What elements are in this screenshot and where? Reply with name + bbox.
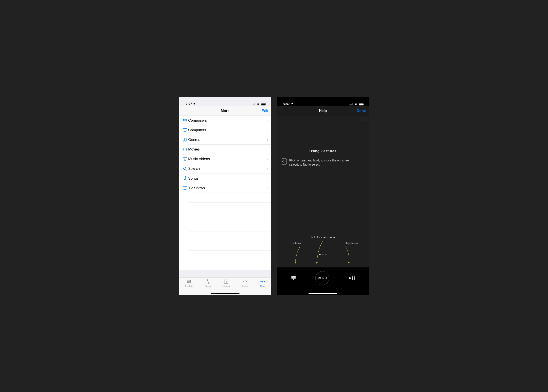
page-title: More — [221, 109, 230, 113]
play-pause-button[interactable] — [349, 276, 355, 280]
svg-rect-48 — [351, 104, 352, 105]
chevron-right-icon: › — [267, 135, 271, 145]
svg-rect-0 — [252, 105, 252, 105]
list-item[interactable]: Computers › — [179, 125, 271, 135]
svg-point-27 — [184, 179, 185, 180]
svg-marker-63 — [293, 279, 294, 280]
list-item[interactable]: Songs › — [179, 174, 271, 183]
svg-point-43 — [260, 281, 262, 282]
chevron-right-icon: › — [267, 145, 271, 154]
svg-rect-14 — [184, 131, 186, 132]
svg-rect-2 — [253, 104, 254, 105]
list-item-label: Movies — [188, 145, 267, 154]
home-indicator[interactable] — [308, 293, 337, 294]
svg-rect-49 — [352, 103, 353, 105]
empty-row — [188, 260, 271, 270]
clock: 9:07 — [283, 102, 290, 106]
svg-rect-5 — [261, 104, 265, 105]
gestures-icon — [281, 159, 287, 165]
page-dot — [325, 254, 327, 255]
done-button[interactable]: Done — [357, 106, 366, 115]
list-item-label: TV Shows — [188, 183, 267, 193]
empty-row — [188, 193, 271, 202]
svg-point-25 — [183, 167, 186, 169]
chevron-right-icon: › — [267, 154, 271, 164]
svg-rect-66 — [354, 277, 355, 280]
gesture-description: Flick, or drag and hold, to move the on-… — [289, 159, 364, 167]
page-dot — [319, 254, 321, 255]
tab-label: Playlists — [185, 285, 193, 287]
empty-row — [188, 202, 271, 212]
svg-marker-64 — [349, 277, 351, 280]
svg-rect-51 — [359, 104, 363, 105]
status-bar: 9:07 — [179, 97, 271, 106]
home-indicator[interactable] — [211, 293, 239, 294]
chevron-right-icon: › — [267, 116, 271, 125]
svg-marker-55 — [282, 161, 283, 162]
page-title: Help — [319, 109, 327, 113]
svg-point-34 — [206, 279, 209, 281]
gesture-tip: Flick, or drag and hold, to move the on-… — [281, 159, 364, 167]
empty-row — [188, 222, 271, 231]
songs-icon — [182, 176, 188, 181]
edit-button[interactable]: Edit — [262, 106, 268, 115]
svg-marker-57 — [316, 262, 318, 264]
list-item[interactable]: Search › — [179, 164, 271, 174]
chevron-right-icon: › — [267, 183, 271, 193]
search-icon — [182, 167, 188, 171]
list-item-label: Composers — [188, 116, 267, 125]
page-dot — [322, 254, 324, 255]
list-item[interactable]: Genres › — [179, 135, 271, 145]
svg-rect-6 — [266, 104, 266, 105]
list-item-label: Songs — [188, 174, 267, 183]
tab-label: Control — [241, 285, 248, 287]
list-item[interactable]: TV Shows › — [179, 183, 271, 193]
tab-more[interactable]: More — [260, 279, 265, 295]
nav-bar: More Edit — [179, 106, 271, 115]
svg-rect-7 — [183, 119, 184, 120]
svg-rect-29 — [184, 189, 185, 190]
svg-point-33 — [190, 282, 191, 283]
gestures-heading: Using Gestures — [277, 149, 369, 153]
battery-icon — [261, 103, 266, 106]
tab-control[interactable]: Control — [241, 279, 248, 295]
chevron-right-icon: › — [267, 174, 271, 183]
tv-shows-icon — [182, 186, 188, 190]
tab-playlists[interactable]: Playlists — [185, 279, 193, 295]
svg-rect-28 — [183, 186, 187, 189]
chevron-right-icon: › — [267, 164, 271, 174]
svg-rect-15 — [183, 148, 187, 151]
control-icon — [243, 279, 247, 284]
remote-controls: MENU — [277, 267, 369, 295]
menu-button[interactable]: MENU — [315, 271, 329, 285]
list-item-label: Genres — [188, 135, 267, 145]
page-dots[interactable] — [277, 254, 369, 255]
svg-line-35 — [208, 281, 209, 284]
location-icon — [193, 103, 196, 105]
list-item[interactable]: Music Videos › — [179, 154, 271, 164]
svg-marker-59 — [348, 262, 350, 264]
list-item-label: Music Videos — [188, 154, 267, 164]
svg-marker-54 — [283, 162, 284, 163]
options-button[interactable] — [291, 276, 296, 280]
list-item-label: Computers — [188, 125, 267, 135]
tab-label: Artists — [205, 285, 211, 287]
svg-point-45 — [264, 281, 265, 282]
svg-point-23 — [185, 159, 185, 160]
help-icon[interactable]: ? — [361, 118, 366, 122]
tab-artists[interactable]: Artists — [205, 279, 211, 295]
help-content[interactable]: ? Using Gestures Flick, or drag and hold… — [277, 116, 369, 295]
empty-row — [188, 251, 271, 260]
list-item[interactable]: Movies › — [179, 145, 271, 154]
battery-icon — [359, 103, 364, 106]
albums-icon — [224, 279, 228, 284]
cellular-icon — [252, 103, 255, 105]
nav-bar: Help Done — [277, 106, 369, 115]
clock: 9:07 — [185, 102, 192, 106]
svg-marker-42 — [246, 281, 247, 282]
movies-icon — [182, 147, 188, 152]
cellular-icon — [349, 103, 353, 105]
list-item[interactable]: Composers › — [179, 116, 271, 125]
svg-rect-37 — [224, 280, 228, 283]
wifi-icon — [354, 103, 358, 105]
